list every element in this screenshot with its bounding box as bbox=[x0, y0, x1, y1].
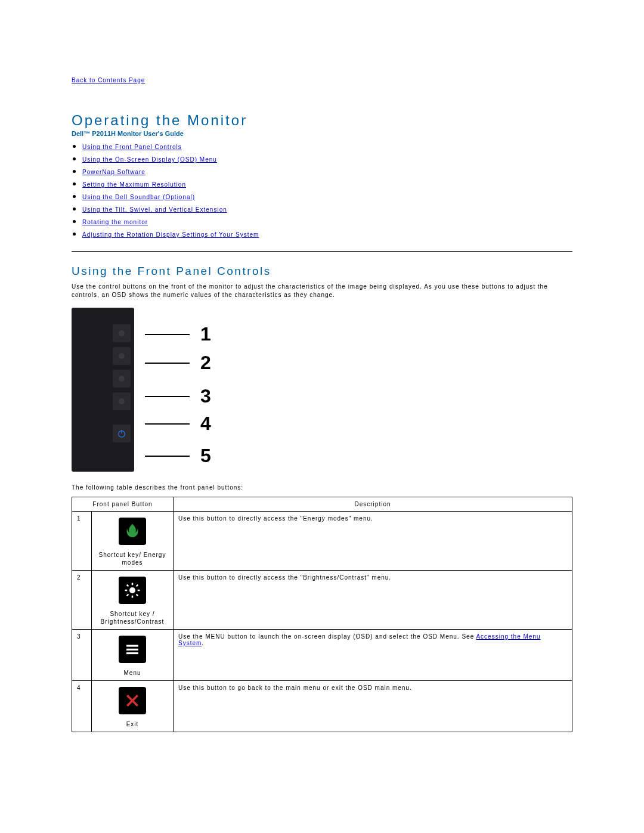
table-header-description: Description bbox=[174, 497, 572, 512]
toc-link-rotation-settings[interactable]: Adjusting the Rotation Display Settings … bbox=[82, 231, 259, 238]
toc-link-osd-menu[interactable]: Using the On-Screen Display (OSD) Menu bbox=[82, 156, 217, 163]
back-to-contents-link[interactable]: Back to Contents Page bbox=[72, 77, 145, 83]
section-heading: Using the Front Panel Controls bbox=[72, 265, 572, 278]
toc-link-powernap[interactable]: PowerNap Software bbox=[82, 169, 145, 175]
table-row: 3 Menu Use the MENU button to launch the… bbox=[72, 630, 572, 681]
intro-text: Use the control buttons on the front of … bbox=[72, 283, 572, 299]
callout-lines bbox=[145, 308, 190, 472]
callout-2: 2 bbox=[200, 352, 211, 374]
row-label: Shortcut key/ Energy modes bbox=[97, 551, 168, 566]
divider bbox=[72, 251, 572, 252]
svg-point-2 bbox=[129, 587, 135, 593]
toc-link-rotating[interactable]: Rotating the monitor bbox=[82, 219, 148, 225]
svg-line-10 bbox=[137, 585, 138, 587]
panel-button-3 bbox=[113, 370, 131, 388]
toc-link-soundbar[interactable]: Using the Dell Soundbar (Optional) bbox=[82, 194, 195, 200]
toc-link-front-panel[interactable]: Using the Front Panel Controls bbox=[82, 144, 182, 150]
row-number: 2 bbox=[72, 571, 92, 630]
svg-line-8 bbox=[137, 594, 138, 596]
row-label: Shortcut key / Brightness/Contrast bbox=[97, 610, 168, 625]
row-label: Exit bbox=[97, 720, 168, 728]
table-header-button: Front panel Button bbox=[72, 497, 174, 512]
panel-button-4 bbox=[113, 392, 131, 410]
toc-link-tilt-swivel[interactable]: Using the Tilt, Swivel, and Vertical Ext… bbox=[82, 206, 227, 213]
row-number: 3 bbox=[72, 630, 92, 681]
svg-line-7 bbox=[127, 585, 129, 587]
panel-power-button bbox=[113, 425, 131, 442]
menu-icon bbox=[119, 636, 146, 663]
row-number: 1 bbox=[72, 512, 92, 571]
toc-link-max-resolution[interactable]: Setting the Maximum Resolution bbox=[82, 181, 186, 188]
exit-icon bbox=[119, 687, 146, 714]
svg-rect-13 bbox=[126, 652, 138, 654]
table-row: 1 Shortcut key/ Energy modes Use this bu… bbox=[72, 512, 572, 571]
front-panel-diagram: 1 2 3 4 5 bbox=[72, 308, 572, 472]
row-description: Use this button to go back to the main m… bbox=[174, 681, 572, 732]
callout-5: 5 bbox=[200, 445, 211, 467]
table-row: 4 Exit Use this button to go back to the… bbox=[72, 681, 572, 732]
row-description: Use this button to directly access the "… bbox=[174, 571, 572, 630]
page-subtitle: Dell™ P2011H Monitor User's Guide bbox=[72, 130, 572, 137]
row-description: Use this button to directly access the "… bbox=[174, 512, 572, 571]
callout-3: 3 bbox=[200, 385, 211, 407]
row-number: 4 bbox=[72, 681, 92, 732]
energy-modes-icon bbox=[119, 518, 146, 545]
monitor-panel bbox=[72, 308, 134, 472]
front-panel-table: Front panel Button Description 1 Shortcu… bbox=[72, 497, 572, 732]
page-title: Operating the Monitor bbox=[72, 112, 572, 129]
brightness-icon bbox=[119, 577, 146, 604]
svg-rect-11 bbox=[126, 645, 138, 647]
panel-button-1 bbox=[113, 324, 131, 342]
table-intro: The following table describes the front … bbox=[72, 484, 572, 492]
table-row: 2 bbox=[72, 571, 572, 630]
svg-rect-12 bbox=[126, 649, 138, 651]
row-description: Use the MENU button to launch the on-scr… bbox=[174, 630, 572, 681]
table-of-contents: Using the Front Panel Controls Using the… bbox=[72, 141, 572, 239]
power-icon bbox=[116, 428, 127, 439]
row-label: Menu bbox=[97, 669, 168, 677]
callout-1: 1 bbox=[200, 323, 211, 345]
svg-line-9 bbox=[127, 594, 129, 596]
panel-button-2 bbox=[113, 347, 131, 365]
callout-4: 4 bbox=[200, 413, 211, 435]
